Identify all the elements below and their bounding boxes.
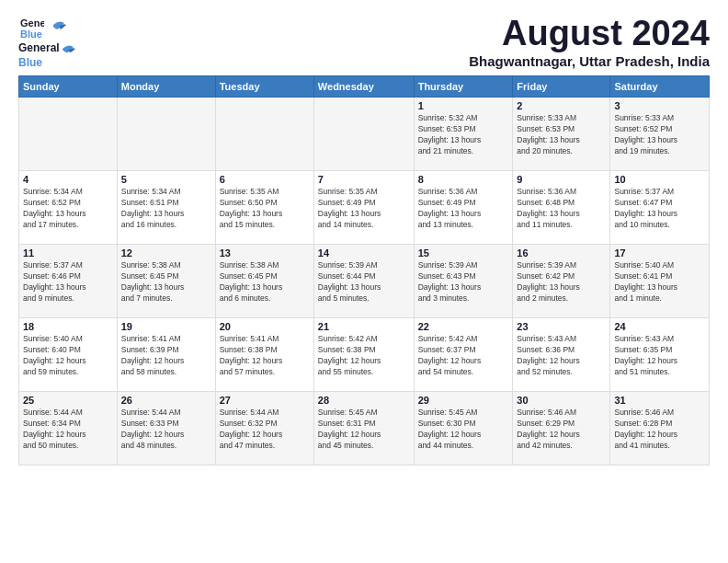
day-info: Sunrise: 5:42 AM Sunset: 6:38 PM Dayligh… (318, 334, 410, 378)
calendar-cell: 12Sunrise: 5:38 AM Sunset: 6:45 PM Dayli… (117, 245, 215, 318)
day-info: Sunrise: 5:35 AM Sunset: 6:49 PM Dayligh… (318, 187, 410, 231)
calendar-cell (117, 98, 215, 171)
calendar-cell: 5Sunrise: 5:34 AM Sunset: 6:51 PM Daylig… (117, 171, 215, 245)
day-number: 15 (418, 247, 509, 259)
day-info: Sunrise: 5:32 AM Sunset: 6:53 PM Dayligh… (418, 113, 509, 157)
bird-icon (48, 17, 68, 38)
day-number: 13 (220, 247, 310, 259)
calendar-cell (215, 98, 313, 171)
calendar-cell: 21Sunrise: 5:42 AM Sunset: 6:38 PM Dayli… (313, 318, 414, 392)
location: Bhagwantnagar, Uttar Pradesh, India (469, 53, 710, 69)
calendar-cell: 16Sunrise: 5:39 AM Sunset: 6:42 PM Dayli… (513, 245, 610, 318)
day-number: 5 (121, 174, 211, 185)
day-info: Sunrise: 5:39 AM Sunset: 6:43 PM Dayligh… (418, 260, 509, 304)
day-info: Sunrise: 5:43 AM Sunset: 6:35 PM Dayligh… (614, 334, 705, 378)
calendar-cell: 3Sunrise: 5:33 AM Sunset: 6:52 PM Daylig… (610, 98, 710, 171)
day-number: 22 (418, 321, 509, 332)
day-info: Sunrise: 5:36 AM Sunset: 6:48 PM Dayligh… (517, 187, 606, 231)
calendar-cell: 13Sunrise: 5:38 AM Sunset: 6:45 PM Dayli… (215, 245, 313, 318)
day-info: Sunrise: 5:45 AM Sunset: 6:30 PM Dayligh… (418, 408, 509, 452)
day-header-wednesday: Wednesday (313, 76, 414, 98)
day-info: Sunrise: 5:46 AM Sunset: 6:28 PM Dayligh… (614, 408, 705, 452)
page: General Blue General Blue August 2024 Bh… (0, 0, 728, 475)
calendar-cell: 22Sunrise: 5:42 AM Sunset: 6:37 PM Dayli… (414, 318, 513, 392)
day-info: Sunrise: 5:39 AM Sunset: 6:42 PM Dayligh… (517, 260, 606, 304)
day-info: Sunrise: 5:45 AM Sunset: 6:31 PM Dayligh… (318, 408, 410, 452)
day-info: Sunrise: 5:37 AM Sunset: 6:46 PM Dayligh… (23, 260, 113, 304)
day-number: 21 (318, 321, 410, 332)
day-info: Sunrise: 5:41 AM Sunset: 6:38 PM Dayligh… (220, 334, 310, 378)
day-info: Sunrise: 5:38 AM Sunset: 6:45 PM Dayligh… (220, 260, 310, 304)
day-number: 8 (418, 174, 509, 185)
day-info: Sunrise: 5:44 AM Sunset: 6:33 PM Dayligh… (121, 408, 211, 452)
calendar-cell: 29Sunrise: 5:45 AM Sunset: 6:30 PM Dayli… (414, 392, 513, 465)
header-row: SundayMondayTuesdayWednesdayThursdayFrid… (19, 76, 710, 98)
day-number: 18 (23, 321, 113, 332)
calendar-cell: 8Sunrise: 5:36 AM Sunset: 6:49 PM Daylig… (414, 171, 513, 245)
day-header-saturday: Saturday (610, 76, 710, 98)
day-number: 14 (318, 247, 410, 259)
logo-bird-svg: General Blue (18, 15, 44, 40)
calendar-cell (19, 98, 118, 171)
calendar-cell: 31Sunrise: 5:46 AM Sunset: 6:28 PM Dayli… (610, 392, 710, 465)
logo-blue-text: Blue (18, 56, 42, 69)
day-info: Sunrise: 5:42 AM Sunset: 6:37 PM Dayligh… (418, 334, 509, 378)
day-info: Sunrise: 5:34 AM Sunset: 6:52 PM Dayligh… (23, 187, 113, 231)
day-info: Sunrise: 5:33 AM Sunset: 6:52 PM Dayligh… (614, 113, 705, 157)
logo-bird-small (61, 43, 77, 54)
day-number: 23 (517, 321, 606, 332)
day-number: 31 (614, 395, 705, 406)
logo: General Blue General Blue (18, 15, 77, 70)
svg-text:Blue: Blue (20, 29, 42, 40)
calendar-week-4: 25Sunrise: 5:44 AM Sunset: 6:34 PM Dayli… (19, 392, 710, 465)
day-info: Sunrise: 5:44 AM Sunset: 6:34 PM Dayligh… (23, 408, 113, 452)
calendar-cell: 4Sunrise: 5:34 AM Sunset: 6:52 PM Daylig… (19, 171, 118, 245)
day-number: 12 (121, 247, 211, 259)
day-info: Sunrise: 5:46 AM Sunset: 6:29 PM Dayligh… (517, 408, 606, 452)
day-number: 29 (418, 395, 509, 406)
day-header-tuesday: Tuesday (215, 76, 313, 98)
day-number: 17 (614, 247, 705, 259)
day-number: 2 (517, 100, 606, 111)
day-info: Sunrise: 5:44 AM Sunset: 6:32 PM Dayligh… (220, 408, 310, 452)
day-info: Sunrise: 5:36 AM Sunset: 6:49 PM Dayligh… (418, 187, 509, 231)
calendar-cell: 9Sunrise: 5:36 AM Sunset: 6:48 PM Daylig… (513, 171, 610, 245)
calendar-cell: 1Sunrise: 5:32 AM Sunset: 6:53 PM Daylig… (414, 98, 513, 171)
calendar-cell (313, 98, 414, 171)
calendar-cell: 6Sunrise: 5:35 AM Sunset: 6:50 PM Daylig… (215, 171, 313, 245)
calendar-cell: 24Sunrise: 5:43 AM Sunset: 6:35 PM Dayli… (610, 318, 710, 392)
calendar-cell: 28Sunrise: 5:45 AM Sunset: 6:31 PM Dayli… (313, 392, 414, 465)
day-number: 6 (220, 174, 310, 185)
day-header-friday: Friday (513, 76, 610, 98)
day-info: Sunrise: 5:41 AM Sunset: 6:39 PM Dayligh… (121, 334, 211, 378)
day-header-sunday: Sunday (19, 76, 118, 98)
calendar-cell: 17Sunrise: 5:40 AM Sunset: 6:41 PM Dayli… (610, 245, 710, 318)
day-info: Sunrise: 5:43 AM Sunset: 6:36 PM Dayligh… (517, 334, 606, 378)
day-number: 16 (517, 247, 606, 259)
calendar-cell: 27Sunrise: 5:44 AM Sunset: 6:32 PM Dayli… (215, 392, 313, 465)
calendar-cell: 2Sunrise: 5:33 AM Sunset: 6:53 PM Daylig… (513, 98, 610, 171)
calendar-week-3: 18Sunrise: 5:40 AM Sunset: 6:40 PM Dayli… (19, 318, 710, 392)
day-header-monday: Monday (117, 76, 215, 98)
calendar-week-0: 1Sunrise: 5:32 AM Sunset: 6:53 PM Daylig… (19, 98, 710, 171)
title-block: August 2024 Bhagwantnagar, Uttar Pradesh… (469, 15, 710, 69)
header: General Blue General Blue August 2024 Bh… (18, 15, 710, 70)
day-number: 26 (121, 395, 211, 406)
day-number: 20 (220, 321, 310, 332)
day-number: 27 (220, 395, 310, 406)
day-number: 28 (318, 395, 410, 406)
calendar-cell: 15Sunrise: 5:39 AM Sunset: 6:43 PM Dayli… (414, 245, 513, 318)
calendar-cell: 18Sunrise: 5:40 AM Sunset: 6:40 PM Dayli… (19, 318, 118, 392)
day-number: 10 (614, 174, 705, 185)
day-header-thursday: Thursday (414, 76, 513, 98)
calendar-cell: 30Sunrise: 5:46 AM Sunset: 6:29 PM Dayli… (513, 392, 610, 465)
day-info: Sunrise: 5:40 AM Sunset: 6:41 PM Dayligh… (614, 260, 705, 304)
day-number: 1 (418, 100, 509, 111)
svg-text:General: General (20, 17, 44, 29)
day-info: Sunrise: 5:35 AM Sunset: 6:50 PM Dayligh… (220, 187, 310, 231)
calendar-cell: 26Sunrise: 5:44 AM Sunset: 6:33 PM Dayli… (117, 392, 215, 465)
day-number: 11 (23, 247, 113, 259)
day-number: 3 (614, 100, 705, 111)
calendar-cell: 14Sunrise: 5:39 AM Sunset: 6:44 PM Dayli… (313, 245, 414, 318)
calendar-cell: 10Sunrise: 5:37 AM Sunset: 6:47 PM Dayli… (610, 171, 710, 245)
